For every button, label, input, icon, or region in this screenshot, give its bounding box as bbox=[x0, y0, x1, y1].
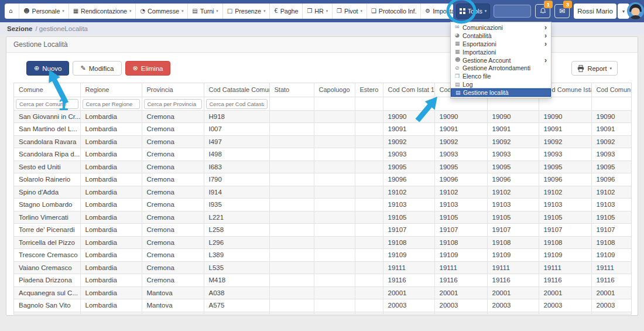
table-row[interactable]: San Giovanni in Cr...LombardiaCremonaH91… bbox=[14, 110, 632, 123]
table-row[interactable]: Vaiano CremascoLombardiaCremonaL53519111… bbox=[14, 261, 632, 274]
file-icon: ▤ bbox=[455, 82, 463, 87]
cell-cod-catastale-comune: I007 bbox=[204, 123, 269, 136]
menu-item-importazioni[interactable]: ▦Importazioni bbox=[451, 48, 551, 56]
cell-cod-comune-istat: 19103 bbox=[539, 199, 591, 211]
column-header-provincia[interactable]: Provincia bbox=[142, 83, 204, 97]
delete-button[interactable]: ⊗ Elimina bbox=[125, 61, 171, 76]
cell-provincia: Cremona bbox=[142, 186, 204, 199]
menu-item-log[interactable]: ▤Log bbox=[451, 80, 551, 88]
chevron-down-icon: ▾ bbox=[485, 9, 487, 13]
cell-capoluogo bbox=[314, 211, 355, 224]
cell-provincia: Mantova bbox=[142, 312, 204, 315]
calendar-icon: ▦ bbox=[73, 8, 78, 14]
menu-item-gestione-localit[interactable]: ▤Gestione località bbox=[451, 88, 551, 97]
table-row[interactable]: San Martino del L...LombardiaCremonaI007… bbox=[14, 123, 632, 136]
cell-cod-com-istat-1: 19108 bbox=[383, 236, 434, 249]
table-row[interactable]: Acquanegra sul C...LombardiaMantovaA0382… bbox=[14, 286, 632, 299]
cell-comune: Canneto sull'Oglio bbox=[14, 312, 80, 315]
filter-input-comune[interactable] bbox=[16, 99, 78, 109]
menu-item-contabilit[interactable]: ◕Contabilità› bbox=[451, 32, 551, 40]
cell-comune: San Giovanni in Cr... bbox=[14, 110, 80, 123]
menu-item-comunicazioni[interactable]: ✉Comunicazioni› bbox=[451, 23, 551, 32]
table-row[interactable]: Spino d'AddaLombardiaCremonaI91419102191… bbox=[14, 186, 632, 199]
nav-item-protocollo-inf[interactable]: ❏Protocollo Inf. bbox=[367, 4, 421, 19]
table-row[interactable]: Canneto sull'OglioLombardiaMantovaB61220… bbox=[14, 312, 632, 315]
table-row[interactable]: Sesto ed UnitiLombardiaCremonaI683190951… bbox=[14, 161, 632, 173]
column-header-cod-catastale-comune[interactable]: Cod Catastale Comune bbox=[204, 83, 269, 97]
table-row[interactable]: Solarolo RainerioLombardiaCremonaI790190… bbox=[14, 173, 632, 186]
nav-item-label: Commesse bbox=[148, 8, 179, 15]
nav-item-rendicontazione[interactable]: ▦Rendicontazione▾ bbox=[69, 4, 136, 19]
column-header-cod-comune-istat-n[interactable]: Cod Comune Istat N bbox=[591, 83, 632, 97]
column-header-stato[interactable]: Stato bbox=[269, 83, 314, 97]
cell-cod-comune-istat-n: 20008 bbox=[591, 312, 632, 315]
column-header-capoluogo[interactable]: Capoluogo bbox=[314, 83, 355, 97]
nav-item-presenze[interactable]: □Presenze▾ bbox=[223, 4, 270, 19]
cell-regione: Lombardia bbox=[80, 299, 142, 312]
cell-cod-com-istat-3: 19109 bbox=[487, 249, 539, 262]
table-row[interactable]: Scandolara Ripa d...LombardiaCremonaI498… bbox=[14, 148, 632, 161]
cell-provincia: Cremona bbox=[142, 110, 204, 123]
cell-cod-comune-istat-n: 19111 bbox=[591, 261, 632, 274]
nav-item-tools[interactable]: Tools ▾ bbox=[456, 4, 490, 19]
cell-cod-comune-istat-n: 20003 bbox=[591, 299, 632, 312]
filter-input-regione[interactable] bbox=[83, 99, 140, 109]
nav-item-paghe[interactable]: €Paghe bbox=[270, 4, 303, 19]
table-row[interactable]: Torricella del PizzoLombardiaCremonaL296… bbox=[14, 236, 632, 249]
cell-cod-com-istat-2: 20003 bbox=[434, 299, 487, 312]
cell-cod-com-istat-2: 19116 bbox=[434, 274, 487, 287]
pie-chart-icon: ◕ bbox=[455, 33, 463, 38]
nav-item-label: Personale bbox=[32, 8, 60, 15]
table-row[interactable]: Trescore CremascoLombardiaCremonaL389191… bbox=[14, 249, 632, 262]
nav-item-pivot[interactable]: ❒Pivot▾ bbox=[333, 4, 367, 19]
menu-item-label: Elenco file bbox=[463, 73, 547, 80]
notifications-badge: 1 bbox=[544, 1, 553, 8]
submenu-arrow-icon: › bbox=[544, 32, 547, 39]
table-row[interactable]: Torre de' PicenardiLombardiaCremonaL2581… bbox=[14, 224, 632, 237]
nav-item-commesse[interactable]: ◔Commesse▾ bbox=[136, 4, 188, 19]
table-row[interactable]: Scandolara RavaraLombardiaCremonaI497190… bbox=[14, 135, 632, 148]
new-button-label: Nuovo bbox=[42, 65, 61, 72]
breadcrumb-section[interactable]: Sezione bbox=[7, 25, 32, 32]
column-header-cod-com-istat-1[interactable]: Cod Com Istat 1 bbox=[383, 83, 434, 97]
column-header-comune[interactable]: Comune bbox=[14, 83, 80, 97]
nav-item-turni[interactable]: ▤Turni▾ bbox=[188, 4, 222, 19]
cell-comune: Piadena Drizzona bbox=[14, 274, 80, 287]
nav-item-impostazioni[interactable]: ⚙Impostazioni bbox=[421, 4, 453, 19]
user-menu-button[interactable]: Rossi Mario bbox=[574, 4, 616, 19]
chevron-down-icon: ▾ bbox=[622, 9, 625, 14]
cell-stato bbox=[269, 148, 314, 161]
column-header-regione[interactable]: Regione bbox=[80, 83, 142, 97]
table-row[interactable]: Bagnolo San VitoLombardiaMantovaA5752000… bbox=[14, 299, 632, 312]
new-button[interactable]: ⊕ Nuovo bbox=[26, 61, 69, 76]
filter-input-cod-catastale-comune[interactable] bbox=[206, 99, 268, 109]
cell-cod-comune-istat: 19093 bbox=[539, 148, 591, 161]
edit-button[interactable]: ✎ Modifica bbox=[73, 61, 121, 76]
cell-regione: Lombardia bbox=[80, 186, 142, 199]
cell-stato bbox=[269, 286, 314, 299]
menu-item-gestione-account[interactable]: ☻Gestione Account› bbox=[451, 56, 551, 64]
nav-item-home[interactable]: ⌂ bbox=[5, 4, 19, 19]
menu-item-elenco-file[interactable]: ❐Elenco file bbox=[451, 72, 551, 80]
cell-cod-comune-istat-n: 19109 bbox=[591, 249, 632, 262]
table-row[interactable]: Torlino VimercatiLombardiaCremonaL221191… bbox=[14, 211, 632, 224]
cell-regione: Lombardia bbox=[80, 224, 142, 237]
cell-cod-com-istat-1: 19103 bbox=[383, 199, 434, 211]
column-header-estero[interactable]: Estero bbox=[355, 83, 383, 97]
menu-item-label: Gestione Account bbox=[463, 57, 544, 64]
nav-item-personale[interactable]: ☻Personale▾ bbox=[19, 4, 68, 19]
menu-item-gestione-arrotondamenti[interactable]: ⊘Gestione Arrotondamenti bbox=[451, 64, 551, 72]
menu-item-esportazioni[interactable]: ▦Esportazioni› bbox=[451, 40, 551, 48]
cell-cod-com-istat-3: 20003 bbox=[487, 299, 539, 312]
table-row[interactable]: Piadena DrizzonaLombardiaCremonaM4181911… bbox=[14, 274, 632, 287]
table-row[interactable]: Stagno LombardoLombardiaCremonaI93519103… bbox=[14, 199, 632, 211]
cell-cod-com-istat-2: 19091 bbox=[434, 123, 487, 136]
cell-cod-com-istat-3: 19095 bbox=[487, 161, 539, 173]
nav-item-hr[interactable]: ❒HR▾ bbox=[303, 4, 333, 19]
report-button[interactable]: Report ▾ bbox=[571, 61, 618, 76]
cell-estero bbox=[355, 299, 383, 312]
navbar-search-input[interactable] bbox=[494, 5, 531, 18]
filter-input-provincia[interactable] bbox=[144, 99, 202, 109]
clipboard-icon: ❏ bbox=[371, 8, 376, 14]
avatar[interactable] bbox=[627, 2, 644, 19]
